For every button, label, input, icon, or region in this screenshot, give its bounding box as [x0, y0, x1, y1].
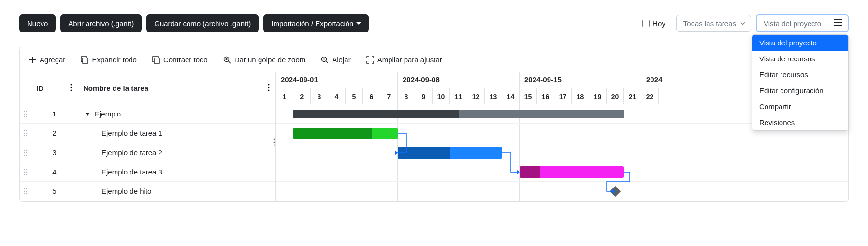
- svg-point-21: [26, 132, 27, 133]
- day-cell: 7: [380, 88, 398, 104]
- expand-all-button[interactable]: Expandir todo: [79, 54, 139, 66]
- svg-point-35: [26, 174, 27, 174]
- group-bar[interactable]: [459, 110, 624, 118]
- drag-handle-icon[interactable]: [20, 130, 31, 137]
- milestone-diamond[interactable]: [610, 186, 621, 197]
- day-cell: 13: [485, 88, 502, 104]
- tasks-filter-select[interactable]: Todas las tareas: [676, 15, 751, 32]
- svg-point-17: [26, 116, 27, 116]
- svg-point-41: [26, 193, 27, 194]
- svg-point-15: [26, 113, 27, 114]
- panel-resize-handle[interactable]: [273, 138, 275, 147]
- collapse-toggle-icon[interactable]: [85, 113, 90, 116]
- svg-point-12: [24, 111, 25, 112]
- collapse-all-button[interactable]: Contraer todo: [150, 54, 210, 66]
- drag-handle-icon[interactable]: [20, 168, 31, 176]
- today-label: Hoy: [652, 19, 665, 28]
- task-bar[interactable]: [398, 147, 502, 159]
- day-cell: 2: [293, 88, 311, 104]
- import-export-button[interactable]: Importación / Exportación: [263, 14, 369, 32]
- svg-rect-1: [83, 58, 88, 63]
- column-header-name[interactable]: Nombre de la tarea: [77, 72, 275, 104]
- zoom-out-icon: [321, 56, 329, 64]
- task-name[interactable]: Ejemplo de tarea 1: [77, 129, 275, 137]
- svg-point-43: [274, 142, 275, 143]
- week-label: 2024-09-15: [520, 72, 641, 88]
- view-select[interactable]: Vista del proyecto: [756, 14, 849, 32]
- table-row[interactable]: 4Ejemplo de tarea 3: [20, 162, 275, 182]
- svg-point-23: [26, 135, 27, 136]
- svg-point-40: [24, 193, 25, 194]
- task-bar[interactable]: [520, 166, 624, 178]
- svg-point-10: [268, 87, 270, 88]
- save-as-button[interactable]: Guardar como (archivo .gantt): [146, 14, 259, 32]
- view-menu-item[interactable]: Editar recursos: [752, 67, 848, 83]
- svg-point-34: [24, 174, 25, 174]
- svg-point-38: [24, 190, 25, 191]
- svg-point-39: [26, 190, 27, 191]
- top-toolbar: Nuevo Abrir archivo (.gantt) Guardar com…: [0, 0, 868, 37]
- drag-handle-icon[interactable]: [20, 188, 31, 195]
- table-row[interactable]: 2Ejemplo de tarea 1: [20, 124, 275, 143]
- open-file-button[interactable]: Abrir archivo (.gantt): [60, 14, 142, 32]
- timeline-row: [276, 143, 848, 162]
- task-name[interactable]: Ejemplo de hito: [77, 187, 275, 195]
- drag-handle-icon[interactable]: [20, 110, 31, 118]
- column-menu-name-icon[interactable]: [268, 84, 270, 93]
- drag-handle-icon[interactable]: [20, 149, 31, 157]
- today-checkbox-wrap[interactable]: Hoy: [642, 19, 665, 28]
- hamburger-button[interactable]: [828, 15, 848, 31]
- svg-point-36: [24, 188, 25, 189]
- day-cell: 22: [641, 88, 659, 104]
- task-bar[interactable]: [293, 128, 398, 139]
- day-cell: 6: [363, 88, 380, 104]
- add-button[interactable]: Agregar: [27, 54, 67, 66]
- day-cell: 4: [328, 88, 346, 104]
- task-table: ID Nombre de la tarea 1Ejemplo2Ejemplo d…: [20, 72, 276, 201]
- new-button[interactable]: Nuevo: [19, 14, 56, 32]
- day-cell: 10: [433, 88, 450, 104]
- task-id: 5: [31, 187, 77, 195]
- svg-point-14: [24, 113, 25, 114]
- collapse-icon: [152, 56, 160, 64]
- day-cell: 17: [554, 88, 572, 104]
- column-menu-id-icon[interactable]: [70, 84, 72, 93]
- task-name[interactable]: Ejemplo de tarea 3: [77, 168, 275, 176]
- day-cell: 16: [537, 88, 554, 104]
- day-cell: 14: [502, 88, 520, 104]
- group-bar[interactable]: [293, 110, 459, 118]
- timeline-row: [276, 162, 848, 182]
- day-cell: 3: [311, 88, 328, 104]
- task-id: 4: [31, 168, 77, 176]
- view-menu-item[interactable]: Revisiones: [752, 115, 848, 130]
- task-name[interactable]: Ejemplo: [77, 110, 275, 118]
- svg-point-31: [26, 169, 27, 170]
- zoom-fit-button[interactable]: Ampliar para ajustar: [364, 54, 444, 66]
- svg-point-25: [26, 149, 27, 150]
- svg-point-37: [26, 188, 27, 189]
- svg-point-33: [26, 171, 27, 172]
- column-header-id[interactable]: ID: [31, 72, 77, 104]
- task-id: 3: [31, 148, 77, 157]
- day-cell: 5: [346, 88, 363, 104]
- svg-point-28: [24, 154, 25, 155]
- view-menu-item[interactable]: Vista del proyecto: [752, 35, 848, 51]
- today-checkbox[interactable]: [642, 20, 650, 27]
- day-cell: 1: [276, 88, 293, 104]
- chevron-down-icon: [740, 19, 746, 28]
- view-dropdown-menu: Vista del proyectoVista de recursosEdita…: [752, 34, 849, 131]
- view-menu-item[interactable]: Compartir: [752, 99, 848, 115]
- day-cell: 19: [589, 88, 607, 104]
- view-menu-item[interactable]: Editar configuración: [752, 83, 848, 99]
- svg-point-26: [24, 152, 25, 153]
- zoom-out-button[interactable]: Alejar: [319, 54, 352, 66]
- table-row[interactable]: 1Ejemplo: [20, 104, 275, 124]
- zoom-fit-icon: [366, 56, 374, 64]
- view-menu-item[interactable]: Vista de recursos: [752, 51, 848, 67]
- task-name[interactable]: Ejemplo de tarea 2: [77, 148, 275, 157]
- zoom-in-button[interactable]: Dar un golpe de zoom: [221, 54, 308, 66]
- table-row[interactable]: 5Ejemplo de hito: [20, 182, 275, 201]
- table-row[interactable]: 3Ejemplo de tarea 2: [20, 143, 275, 162]
- plus-icon: [29, 56, 36, 64]
- svg-point-24: [24, 149, 25, 150]
